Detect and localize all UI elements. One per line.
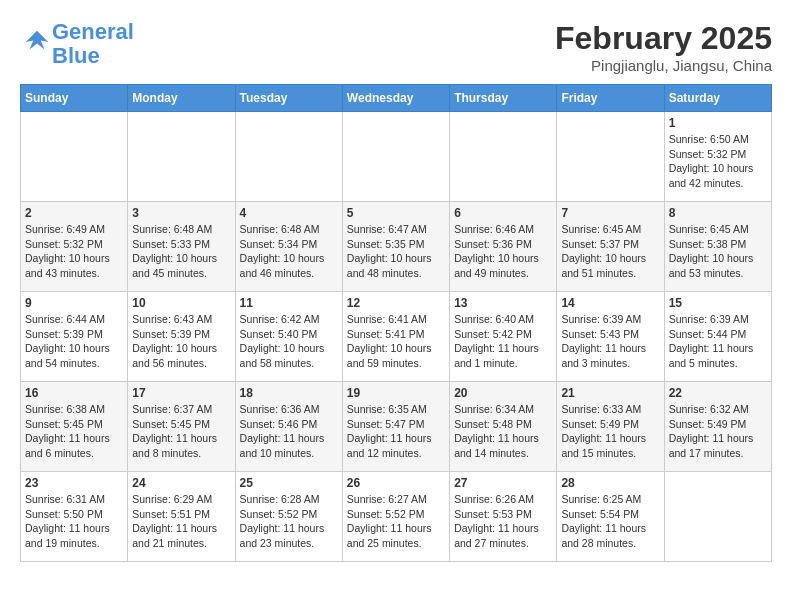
calendar-cell bbox=[450, 112, 557, 202]
calendar-cell: 2Sunrise: 6:49 AM Sunset: 5:32 PM Daylig… bbox=[21, 202, 128, 292]
day-info: Sunrise: 6:39 AM Sunset: 5:44 PM Dayligh… bbox=[669, 312, 767, 371]
day-number: 5 bbox=[347, 206, 445, 220]
day-number: 9 bbox=[25, 296, 123, 310]
calendar-cell: 10Sunrise: 6:43 AM Sunset: 5:39 PM Dayli… bbox=[128, 292, 235, 382]
calendar-cell: 17Sunrise: 6:37 AM Sunset: 5:45 PM Dayli… bbox=[128, 382, 235, 472]
day-info: Sunrise: 6:50 AM Sunset: 5:32 PM Dayligh… bbox=[669, 132, 767, 191]
calendar-week-row: 2Sunrise: 6:49 AM Sunset: 5:32 PM Daylig… bbox=[21, 202, 772, 292]
day-number: 16 bbox=[25, 386, 123, 400]
day-number: 11 bbox=[240, 296, 338, 310]
weekday-header: Tuesday bbox=[235, 85, 342, 112]
day-number: 25 bbox=[240, 476, 338, 490]
calendar-cell: 6Sunrise: 6:46 AM Sunset: 5:36 PM Daylig… bbox=[450, 202, 557, 292]
calendar-cell bbox=[557, 112, 664, 202]
location-subtitle: Pingjianglu, Jiangsu, China bbox=[555, 57, 772, 74]
calendar-week-row: 16Sunrise: 6:38 AM Sunset: 5:45 PM Dayli… bbox=[21, 382, 772, 472]
calendar-cell: 8Sunrise: 6:45 AM Sunset: 5:38 PM Daylig… bbox=[664, 202, 771, 292]
day-number: 6 bbox=[454, 206, 552, 220]
calendar-cell: 23Sunrise: 6:31 AM Sunset: 5:50 PM Dayli… bbox=[21, 472, 128, 562]
calendar-week-row: 23Sunrise: 6:31 AM Sunset: 5:50 PM Dayli… bbox=[21, 472, 772, 562]
calendar-cell: 24Sunrise: 6:29 AM Sunset: 5:51 PM Dayli… bbox=[128, 472, 235, 562]
day-info: Sunrise: 6:46 AM Sunset: 5:36 PM Dayligh… bbox=[454, 222, 552, 281]
calendar-cell: 4Sunrise: 6:48 AM Sunset: 5:34 PM Daylig… bbox=[235, 202, 342, 292]
day-number: 2 bbox=[25, 206, 123, 220]
weekday-header: Thursday bbox=[450, 85, 557, 112]
title-block: February 2025 Pingjianglu, Jiangsu, Chin… bbox=[555, 20, 772, 74]
calendar-cell: 13Sunrise: 6:40 AM Sunset: 5:42 PM Dayli… bbox=[450, 292, 557, 382]
day-number: 19 bbox=[347, 386, 445, 400]
day-info: Sunrise: 6:36 AM Sunset: 5:46 PM Dayligh… bbox=[240, 402, 338, 461]
day-info: Sunrise: 6:38 AM Sunset: 5:45 PM Dayligh… bbox=[25, 402, 123, 461]
calendar-cell: 22Sunrise: 6:32 AM Sunset: 5:49 PM Dayli… bbox=[664, 382, 771, 472]
day-number: 13 bbox=[454, 296, 552, 310]
calendar-cell: 20Sunrise: 6:34 AM Sunset: 5:48 PM Dayli… bbox=[450, 382, 557, 472]
svg-marker-0 bbox=[26, 31, 49, 50]
weekday-header: Friday bbox=[557, 85, 664, 112]
day-info: Sunrise: 6:45 AM Sunset: 5:37 PM Dayligh… bbox=[561, 222, 659, 281]
day-number: 26 bbox=[347, 476, 445, 490]
day-number: 20 bbox=[454, 386, 552, 400]
calendar-cell: 15Sunrise: 6:39 AM Sunset: 5:44 PM Dayli… bbox=[664, 292, 771, 382]
day-number: 18 bbox=[240, 386, 338, 400]
logo: General Blue bbox=[20, 20, 134, 68]
calendar-cell: 19Sunrise: 6:35 AM Sunset: 5:47 PM Dayli… bbox=[342, 382, 449, 472]
day-info: Sunrise: 6:39 AM Sunset: 5:43 PM Dayligh… bbox=[561, 312, 659, 371]
day-number: 24 bbox=[132, 476, 230, 490]
day-info: Sunrise: 6:45 AM Sunset: 5:38 PM Dayligh… bbox=[669, 222, 767, 281]
weekday-header: Wednesday bbox=[342, 85, 449, 112]
day-info: Sunrise: 6:49 AM Sunset: 5:32 PM Dayligh… bbox=[25, 222, 123, 281]
day-number: 3 bbox=[132, 206, 230, 220]
day-number: 14 bbox=[561, 296, 659, 310]
day-info: Sunrise: 6:48 AM Sunset: 5:34 PM Dayligh… bbox=[240, 222, 338, 281]
weekday-header: Monday bbox=[128, 85, 235, 112]
weekday-header: Sunday bbox=[21, 85, 128, 112]
day-number: 7 bbox=[561, 206, 659, 220]
day-info: Sunrise: 6:40 AM Sunset: 5:42 PM Dayligh… bbox=[454, 312, 552, 371]
day-info: Sunrise: 6:42 AM Sunset: 5:40 PM Dayligh… bbox=[240, 312, 338, 371]
day-number: 15 bbox=[669, 296, 767, 310]
calendar-cell: 16Sunrise: 6:38 AM Sunset: 5:45 PM Dayli… bbox=[21, 382, 128, 472]
month-title: February 2025 bbox=[555, 20, 772, 57]
calendar-cell bbox=[664, 472, 771, 562]
day-number: 12 bbox=[347, 296, 445, 310]
page-header: General Blue February 2025 Pingjianglu, … bbox=[20, 20, 772, 74]
day-number: 10 bbox=[132, 296, 230, 310]
day-info: Sunrise: 6:29 AM Sunset: 5:51 PM Dayligh… bbox=[132, 492, 230, 551]
day-info: Sunrise: 6:37 AM Sunset: 5:45 PM Dayligh… bbox=[132, 402, 230, 461]
logo-bird-icon bbox=[22, 27, 52, 57]
calendar-cell: 25Sunrise: 6:28 AM Sunset: 5:52 PM Dayli… bbox=[235, 472, 342, 562]
day-info: Sunrise: 6:35 AM Sunset: 5:47 PM Dayligh… bbox=[347, 402, 445, 461]
calendar-table: SundayMondayTuesdayWednesdayThursdayFrid… bbox=[20, 84, 772, 562]
day-info: Sunrise: 6:48 AM Sunset: 5:33 PM Dayligh… bbox=[132, 222, 230, 281]
day-info: Sunrise: 6:32 AM Sunset: 5:49 PM Dayligh… bbox=[669, 402, 767, 461]
day-info: Sunrise: 6:31 AM Sunset: 5:50 PM Dayligh… bbox=[25, 492, 123, 551]
logo-text: General Blue bbox=[52, 20, 134, 68]
calendar-week-row: 9Sunrise: 6:44 AM Sunset: 5:39 PM Daylig… bbox=[21, 292, 772, 382]
day-info: Sunrise: 6:27 AM Sunset: 5:52 PM Dayligh… bbox=[347, 492, 445, 551]
day-number: 27 bbox=[454, 476, 552, 490]
calendar-cell: 27Sunrise: 6:26 AM Sunset: 5:53 PM Dayli… bbox=[450, 472, 557, 562]
calendar-cell: 18Sunrise: 6:36 AM Sunset: 5:46 PM Dayli… bbox=[235, 382, 342, 472]
calendar-cell: 1Sunrise: 6:50 AM Sunset: 5:32 PM Daylig… bbox=[664, 112, 771, 202]
day-number: 8 bbox=[669, 206, 767, 220]
day-info: Sunrise: 6:43 AM Sunset: 5:39 PM Dayligh… bbox=[132, 312, 230, 371]
calendar-cell bbox=[128, 112, 235, 202]
calendar-cell: 14Sunrise: 6:39 AM Sunset: 5:43 PM Dayli… bbox=[557, 292, 664, 382]
weekday-header: Saturday bbox=[664, 85, 771, 112]
calendar-cell: 28Sunrise: 6:25 AM Sunset: 5:54 PM Dayli… bbox=[557, 472, 664, 562]
day-number: 22 bbox=[669, 386, 767, 400]
day-number: 4 bbox=[240, 206, 338, 220]
day-info: Sunrise: 6:41 AM Sunset: 5:41 PM Dayligh… bbox=[347, 312, 445, 371]
day-info: Sunrise: 6:34 AM Sunset: 5:48 PM Dayligh… bbox=[454, 402, 552, 461]
day-info: Sunrise: 6:25 AM Sunset: 5:54 PM Dayligh… bbox=[561, 492, 659, 551]
day-number: 1 bbox=[669, 116, 767, 130]
day-info: Sunrise: 6:26 AM Sunset: 5:53 PM Dayligh… bbox=[454, 492, 552, 551]
calendar-cell: 11Sunrise: 6:42 AM Sunset: 5:40 PM Dayli… bbox=[235, 292, 342, 382]
day-info: Sunrise: 6:28 AM Sunset: 5:52 PM Dayligh… bbox=[240, 492, 338, 551]
day-info: Sunrise: 6:44 AM Sunset: 5:39 PM Dayligh… bbox=[25, 312, 123, 371]
calendar-cell bbox=[342, 112, 449, 202]
day-number: 28 bbox=[561, 476, 659, 490]
day-info: Sunrise: 6:33 AM Sunset: 5:49 PM Dayligh… bbox=[561, 402, 659, 461]
calendar-cell: 12Sunrise: 6:41 AM Sunset: 5:41 PM Dayli… bbox=[342, 292, 449, 382]
day-number: 17 bbox=[132, 386, 230, 400]
